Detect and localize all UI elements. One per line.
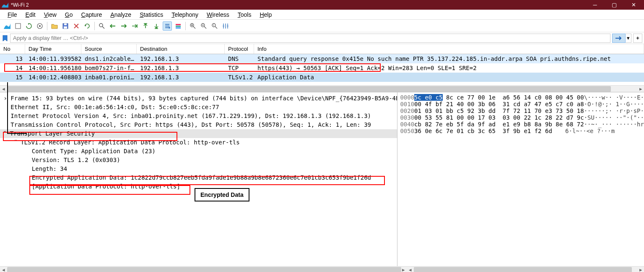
packet-list-scrollbar[interactable]: ◂▸ <box>0 85 644 92</box>
window-close-button[interactable]: ✕ <box>624 0 643 10</box>
menu-tools[interactable]: Tools <box>234 10 256 19</box>
tb-colorize-icon[interactable] <box>174 21 183 31</box>
packet-list-columns[interactable]: NoDay TimeSourceDestinationProtocolInfo <box>0 44 644 54</box>
wireshark-icon <box>2 3 8 8</box>
col-protocol[interactable]: Protocol <box>225 44 254 54</box>
packet-row[interactable]: 1414:00:11.956180bom07s27-in-f…192.168.1… <box>0 63 644 73</box>
tb-find-icon[interactable] <box>97 21 106 31</box>
tb-reload-icon[interactable] <box>83 21 92 31</box>
window-maximize-button[interactable]: ▢ <box>605 0 624 10</box>
toolbar: 1 <box>0 20 644 32</box>
col-destination[interactable]: Destination <box>137 44 225 54</box>
details-scrollbar[interactable]: ◂▸ <box>0 266 407 272</box>
menu-analyze[interactable]: Analyze <box>106 10 135 19</box>
tb-stop-icon[interactable] <box>13 21 23 31</box>
packet-row[interactable]: 1514:00:12.408803inba01.proini…192.168.1… <box>0 73 644 82</box>
tb-save-icon[interactable] <box>61 21 70 31</box>
tree-item[interactable]: ˅ TLSv1.2 Record Layer: Application Data… <box>0 138 397 147</box>
menu-file[interactable]: File <box>3 10 21 19</box>
col-info[interactable]: Info <box>254 44 644 54</box>
tree-item[interactable]: › Frame 15: 93 bytes on wire (744 bits),… <box>0 94 397 103</box>
svg-rect-9 <box>176 27 181 29</box>
svg-point-2 <box>39 25 41 27</box>
col-no[interactable]: No <box>0 44 25 54</box>
menu-wireless[interactable]: Wireless <box>203 10 234 19</box>
add-filter-button[interactable]: + <box>633 34 642 43</box>
col-day-time[interactable]: Day Time <box>25 44 81 54</box>
annotation-label: Encrypted Data <box>195 188 249 201</box>
packet-details-pane: › Frame 15: 93 bytes on wire (744 bits),… <box>0 92 397 266</box>
filter-dropdown-button[interactable]: ▾ <box>626 34 631 43</box>
hex-row[interactable]: 0020 01 03 01 bb c5 92 3b dd 7f 72 11 70… <box>400 107 644 114</box>
tree-item[interactable]: Encrypted Application Data: 1c2822d79ccb… <box>0 173 397 182</box>
tree-item[interactable]: ˅ Transport Layer Security <box>0 129 397 138</box>
packet-row[interactable]: 1314:00:11.939582dns1.in2cable…192.168.1… <box>0 54 644 63</box>
tree-item[interactable]: Content Type: Application Data (23) <box>0 147 397 156</box>
svg-rect-8 <box>176 26 181 27</box>
display-filter-input[interactable] <box>10 34 610 43</box>
packet-list-pane: NoDay TimeSourceDestinationProtocolInfo … <box>0 44 644 85</box>
svg-rect-4 <box>64 26 67 29</box>
packet-list-rows: 1314:00:11.939582dns1.in2cable…192.168.1… <box>0 54 644 82</box>
menu-go[interactable]: Go <box>61 10 77 19</box>
annotation-connector-line <box>6 82 31 137</box>
tree-item[interactable]: Version: TLS 1.2 (0x0303) <box>0 156 397 165</box>
tree-item[interactable]: Internet Protocol Version 4, Src: inba01… <box>0 112 397 120</box>
filterbar: ▾ + <box>0 32 644 44</box>
tb-zoom-out-icon[interactable] <box>199 21 208 31</box>
svg-text:1: 1 <box>213 24 215 26</box>
tb-open-icon[interactable] <box>50 21 59 31</box>
tb-options-icon[interactable] <box>35 21 44 31</box>
svg-rect-0 <box>16 24 21 29</box>
tree-item[interactable]: Length: 34 <box>0 165 397 173</box>
tb-go-first-icon[interactable] <box>141 21 150 31</box>
window-titlebar: *Wi-Fi 2 ─ ▢ ✕ <box>0 0 644 10</box>
tb-zoom-in-icon[interactable] <box>188 21 197 31</box>
apply-filter-button[interactable] <box>612 34 626 43</box>
tb-go-last-icon[interactable] <box>152 21 161 31</box>
bytes-scrollbar[interactable]: ◂▸ <box>407 266 644 272</box>
svg-rect-7 <box>176 24 181 25</box>
packet-bytes-pane: 0000 5c e0 c5 8c ce 77 00 1e a6 56 14 c0… <box>397 92 644 266</box>
menu-view[interactable]: View <box>40 10 61 19</box>
tb-shark-fin-icon[interactable] <box>3 21 12 31</box>
menubar: FileEditViewGoCaptureAnalyzeStatisticsTe… <box>0 10 644 20</box>
tb-restart-icon[interactable] <box>24 21 34 31</box>
tree-item[interactable]: Transmission Control Protocol, Src Port:… <box>0 120 397 129</box>
col-source[interactable]: Source <box>81 44 137 54</box>
hex-row[interactable]: 0000 5c e0 c5 8c ce 77 00 1e a6 56 14 c0… <box>400 94 644 101</box>
bookmark-icon[interactable] <box>2 35 8 42</box>
hex-row[interactable]: 0030 00 53 55 81 00 00 17 03 03 00 22 1c… <box>400 114 644 121</box>
svg-point-6 <box>99 24 103 27</box>
tb-close-icon[interactable] <box>72 21 81 31</box>
hex-row[interactable]: 0010 00 4f bf 21 40 00 3b 06 31 cd a7 47… <box>400 101 644 107</box>
menu-capture[interactable]: Capture <box>77 10 106 19</box>
svg-rect-5 <box>64 24 67 25</box>
menu-help[interactable]: Help <box>255 10 276 19</box>
tree-item[interactable]: Ethernet II, Src: 00:1e:a6:56:14:c0, Dst… <box>0 103 397 112</box>
tb-prev-icon[interactable] <box>108 21 117 31</box>
menu-telephony[interactable]: Telephony <box>167 10 203 19</box>
hex-row[interactable]: 0040 cb 82 7e eb 5f da 9f ad e1 e9 b8 8a… <box>400 121 644 128</box>
hex-row[interactable]: 0050 36 0e 6c 7e 01 cb 3c 65 3f 9b e1 f2… <box>400 128 644 134</box>
tb-autoscroll-icon[interactable] <box>163 21 172 31</box>
menu-edit[interactable]: Edit <box>21 10 40 19</box>
tb-next-icon[interactable] <box>119 21 128 31</box>
tb-jump-icon[interactable] <box>130 21 139 31</box>
window-minimize-button[interactable]: ─ <box>585 0 605 10</box>
tb-resize-cols-icon[interactable] <box>221 21 230 31</box>
tb-zoom-reset-icon[interactable]: 1 <box>210 21 219 31</box>
window-title: *Wi-Fi 2 <box>11 2 585 8</box>
menu-statistics[interactable]: Statistics <box>135 10 167 19</box>
